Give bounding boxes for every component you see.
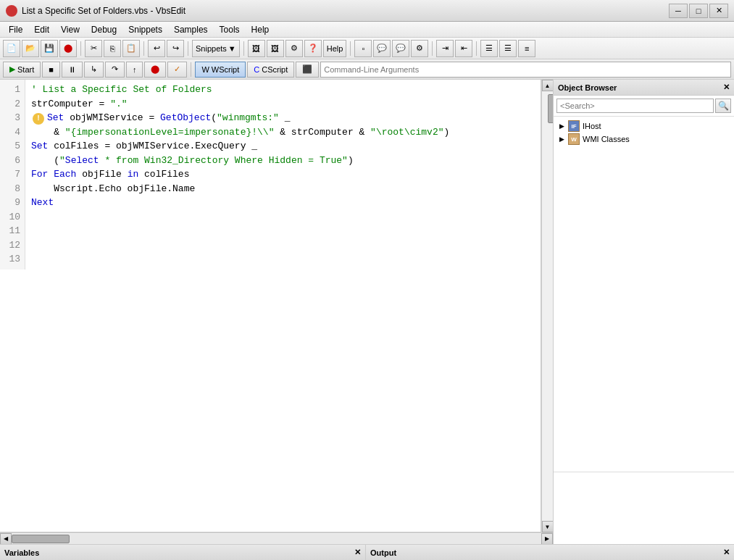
vars-title: Variables [4,548,39,557]
menu-file[interactable]: File [3,23,28,36]
sep3 [188,41,188,56]
tb-btn6[interactable]: 💬 [373,40,391,57]
menu-debug[interactable]: Debug [86,23,122,36]
editor-main: 12345678910111213 ' List a Specific Set … [0,80,553,532]
wmiclasses-label: WMI Classes [583,135,630,143]
menu-tools[interactable]: Tools [214,23,246,36]
mode-btn[interactable]: ⬛ [296,62,319,78]
play-icon: ▶ [9,64,15,74]
snippets-arrow-icon: ▼ [228,44,236,53]
new-button[interactable]: 📄 [3,40,20,57]
sep5 [350,41,351,56]
scroll-right-btn[interactable]: ▶ [541,533,553,545]
menu-view[interactable]: View [55,23,86,36]
cscript-icon: C [254,65,259,74]
hscroll-thumb[interactable] [12,535,70,543]
tb-btn2[interactable]: 🖼 [267,40,284,57]
snippets-dropdown[interactable]: Snippets ▼ [192,40,240,57]
step-out-btn[interactable]: ↑ [126,62,143,78]
out-close-btn[interactable]: ✕ [723,548,730,557]
wscript-button[interactable]: W WScript [195,62,246,78]
ob-item-ihost[interactable]: ▶ IF IHost [556,120,731,133]
tb-btn4[interactable]: ❓ [304,40,322,57]
editor-hscrollbar[interactable]: ◀ ▶ [0,532,553,544]
align-right-btn[interactable]: ≡ [518,40,535,57]
menu-help[interactable]: Help [246,23,275,36]
pause-button[interactable]: ⏸ [62,62,83,78]
sep4 [243,41,244,56]
menu-edit[interactable]: Edit [28,23,55,36]
editor-area: 12345678910111213 ' List a Specific Set … [0,80,553,544]
main-area: 12345678910111213 ' List a Specific Set … [0,80,734,544]
cscript-label: CScript [262,65,288,74]
runbar-sep [191,62,191,77]
stop2-button[interactable]: ⬤ [144,62,166,78]
cmd-args-input[interactable] [320,62,731,78]
code-lines: ' List a Specific Set of FoldersstrCompu… [25,80,541,269]
line-numbers: 12345678910111213 [0,80,25,269]
title-text: List a Specific Set of Folders.vbs - Vbs… [22,6,185,16]
out-title: Output [370,548,396,557]
editor-inner: 12345678910111213 ' List a Specific Set … [0,80,553,544]
align-center-btn[interactable]: ☰ [499,40,517,57]
check-btn[interactable]: ✓ [167,62,187,78]
ob-item-wmiclasses[interactable]: ▶ W WMI Classes [556,133,731,146]
step-into-btn[interactable]: ↳ [84,62,104,78]
title-left: List a Specific Set of Folders.vbs - Vbs… [6,5,185,17]
scroll-down-btn[interactable]: ▼ [542,521,554,532]
tb-btn8[interactable]: ⚙ [411,40,428,57]
maximize-button[interactable]: □ [689,4,708,18]
start-label: Start [17,65,34,74]
ob-search-input[interactable] [556,99,714,113]
open-button[interactable]: 📂 [22,40,39,57]
step-over-btn[interactable]: ↷ [105,62,125,78]
ob-close-btn[interactable]: ✕ [723,83,730,92]
scroll-thumb[interactable] [548,94,554,123]
start-button[interactable]: ▶ Start [3,62,41,78]
wmiclasses-icon: W [568,133,580,145]
out-header: Output ✕ [366,545,734,560]
close-button[interactable]: ✕ [709,4,728,18]
scroll-left-btn[interactable]: ◀ [0,533,12,545]
menu-bar: File Edit View Debug Snippets Samples To… [0,22,734,38]
wmiclasses-expand-icon: ▶ [558,135,565,143]
help-btn[interactable]: Help [323,40,347,57]
sep7 [476,41,477,56]
stop-run-button[interactable]: ■ [42,62,60,78]
code-content: 12345678910111213 ' List a Specific Set … [0,80,541,269]
ihost-icon: IF [568,120,580,132]
stop-button[interactable]: ⬤ [59,40,77,57]
vars-close-btn[interactable]: ✕ [354,548,361,557]
outdent-btn[interactable]: ⇤ [455,40,472,57]
align-left-btn[interactable]: ☰ [480,40,498,57]
run-bar: ▶ Start ■ ⏸ ↳ ↷ ↑ ⬤ ✓ W WScript C CScrip… [0,59,734,80]
editor-wrapper: 12345678910111213 ' List a Specific Set … [0,80,553,544]
cut-button[interactable]: ✂ [85,40,102,57]
ihost-expand-icon: ▶ [558,122,565,130]
tb-btn7[interactable]: 💬 [392,40,409,57]
ob-search: 🔍 [554,96,734,117]
cscript-button[interactable]: C CScript [247,62,294,78]
editor-vscrollbar[interactable]: ▲ ▼ [541,80,553,532]
indent-btn[interactable]: ⇥ [436,40,454,57]
menu-snippets[interactable]: Snippets [122,23,168,36]
save-button[interactable]: 💾 [41,40,58,57]
tb-btn5[interactable]: ▫ [354,40,372,57]
hscroll-track[interactable] [12,534,541,544]
undo-button[interactable]: ↩ [148,40,165,57]
vars-header: Variables ✕ [0,545,365,560]
paste-button[interactable]: 📋 [122,40,140,57]
redo-button[interactable]: ↪ [167,40,184,57]
code-editor[interactable]: 12345678910111213 ' List a Specific Set … [0,80,541,532]
copy-button[interactable]: ⎘ [104,40,121,57]
ob-title: Object Browser [558,83,617,92]
app-icon [6,5,17,17]
menu-samples[interactable]: Samples [168,23,214,36]
title-buttons: ─ □ ✕ [669,4,728,18]
tb-btn1[interactable]: 🖼 [248,40,265,57]
ob-search-button[interactable]: 🔍 [715,99,731,113]
scroll-up-btn[interactable]: ▲ [542,80,554,91]
tb-btn3[interactable]: ⚙ [285,40,303,57]
minimize-button[interactable]: ─ [669,4,688,18]
title-bar: List a Specific Set of Folders.vbs - Vbs… [0,0,734,22]
